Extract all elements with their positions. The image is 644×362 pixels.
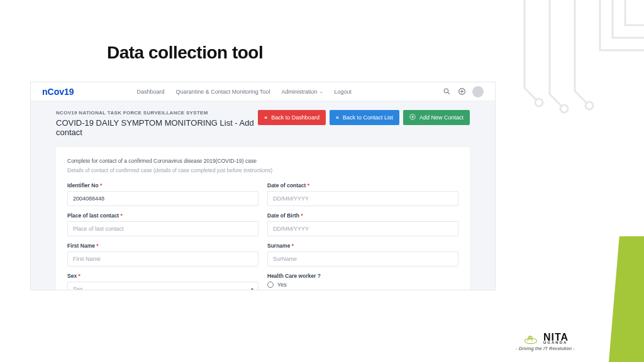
avatar[interactable] bbox=[472, 86, 484, 97]
health-care-yes[interactable]: Yes bbox=[267, 282, 458, 288]
svg-point-3 bbox=[444, 89, 448, 93]
app-window: nCov19 Dashboard Quarantine & Contact Mo… bbox=[30, 82, 496, 290]
back-contact-list-label: Back to Contact List bbox=[343, 114, 393, 121]
back-to-contact-list-button[interactable]: « Back to Contact List bbox=[330, 110, 399, 125]
chevron-left-icon: « bbox=[336, 114, 339, 121]
page-title: COVID-19 DAILY SYMPTOM MONITORING List -… bbox=[56, 118, 258, 137]
nita-icon bbox=[522, 333, 540, 344]
app-logo: nCov19 bbox=[42, 87, 74, 97]
nav-quarantine[interactable]: Quarantine & Contact Monitoring Tool bbox=[176, 89, 270, 95]
add-circle-icon[interactable] bbox=[457, 87, 466, 96]
nita-logo-sub: UGANDA bbox=[543, 341, 569, 344]
field-date-of-contact: Date of contact * bbox=[267, 182, 458, 206]
nav-group: Dashboard Quarantine & Contact Monitorin… bbox=[137, 89, 352, 95]
nav-administration[interactable]: Administration ⌄ bbox=[282, 89, 323, 95]
card-intro: Complete for contact of a confirmed Coro… bbox=[67, 157, 458, 165]
svg-point-0 bbox=[535, 99, 543, 106]
field-surname: Surname * bbox=[267, 243, 458, 266]
back-to-dashboard-button[interactable]: « Back to Dashboard bbox=[258, 110, 326, 125]
green-accent-shape bbox=[609, 236, 644, 362]
circuit-decoration bbox=[499, 0, 644, 138]
surname-label: Surname * bbox=[267, 243, 458, 249]
topbar: nCov19 Dashboard Quarantine & Contact Mo… bbox=[31, 82, 495, 101]
field-sex: Sex * ▾ bbox=[67, 273, 258, 291]
nav-admin-label: Administration bbox=[282, 89, 318, 95]
health-care-label: Health Care worker ? bbox=[267, 273, 458, 279]
card-sub: Details of contact of confirmed case (de… bbox=[67, 167, 458, 175]
field-first-name: First Name * bbox=[67, 243, 258, 266]
field-date-of-birth: Date of Birth * bbox=[267, 212, 458, 236]
topbar-right bbox=[442, 86, 484, 97]
date-of-contact-input[interactable] bbox=[267, 191, 458, 206]
first-name-input[interactable] bbox=[67, 251, 258, 266]
place-last-contact-input[interactable] bbox=[67, 221, 258, 236]
search-icon[interactable] bbox=[442, 87, 451, 96]
radio-yes-label: Yes bbox=[277, 282, 287, 288]
add-new-contact-button[interactable]: Add New Contact bbox=[403, 110, 470, 125]
action-buttons: « Back to Dashboard « Back to Contact Li… bbox=[258, 110, 470, 125]
chevron-down-icon: ⌄ bbox=[319, 89, 323, 94]
system-label: NCOV19 NATIONAL TASK FORCE SURVEILLANCE … bbox=[56, 110, 258, 116]
plus-circle-icon bbox=[409, 114, 416, 121]
chevron-left-icon: « bbox=[264, 114, 267, 121]
svg-point-1 bbox=[560, 105, 568, 112]
nita-tagline: - Driving the IT Revolution - bbox=[516, 346, 575, 351]
form-grid: Identifier No * Date of contact * Place … bbox=[67, 182, 458, 291]
add-new-contact-label: Add New Contact bbox=[419, 114, 464, 121]
health-care-no[interactable]: No bbox=[267, 290, 458, 291]
identifier-no-label: Identifier No * bbox=[67, 182, 258, 189]
field-place-last-contact: Place of last contact * bbox=[67, 212, 258, 236]
content-area: NCOV19 NATIONAL TASK FORCE SURVEILLANCE … bbox=[31, 101, 495, 290]
place-last-contact-label: Place of last contact * bbox=[67, 212, 258, 219]
slide-title: Data collection tool bbox=[107, 43, 263, 63]
sex-label: Sex * bbox=[67, 273, 258, 279]
date-of-birth-input[interactable] bbox=[267, 221, 458, 236]
form-card: Complete for contact of a confirmed Coro… bbox=[56, 147, 470, 290]
svg-point-2 bbox=[586, 102, 593, 109]
date-of-contact-label: Date of contact * bbox=[267, 182, 458, 189]
sex-select[interactable] bbox=[67, 282, 258, 291]
date-of-birth-label: Date of Birth * bbox=[267, 212, 458, 219]
nav-logout[interactable]: Logout bbox=[335, 89, 352, 95]
field-health-care-worker: Health Care worker ? Yes No bbox=[267, 273, 458, 291]
page-header: NCOV19 NATIONAL TASK FORCE SURVEILLANCE … bbox=[56, 110, 470, 137]
surname-input[interactable] bbox=[267, 251, 458, 266]
first-name-label: First Name * bbox=[67, 243, 258, 249]
nav-dashboard[interactable]: Dashboard bbox=[137, 89, 165, 95]
field-identifier-no: Identifier No * bbox=[67, 182, 258, 206]
health-care-radio-group: Yes No bbox=[267, 282, 458, 291]
nita-logo: NITA UGANDA - Driving the IT Revolution … bbox=[516, 333, 575, 351]
back-dashboard-label: Back to Dashboard bbox=[271, 114, 319, 121]
radio-no-label: No bbox=[277, 290, 285, 291]
identifier-no-input[interactable] bbox=[67, 191, 258, 206]
